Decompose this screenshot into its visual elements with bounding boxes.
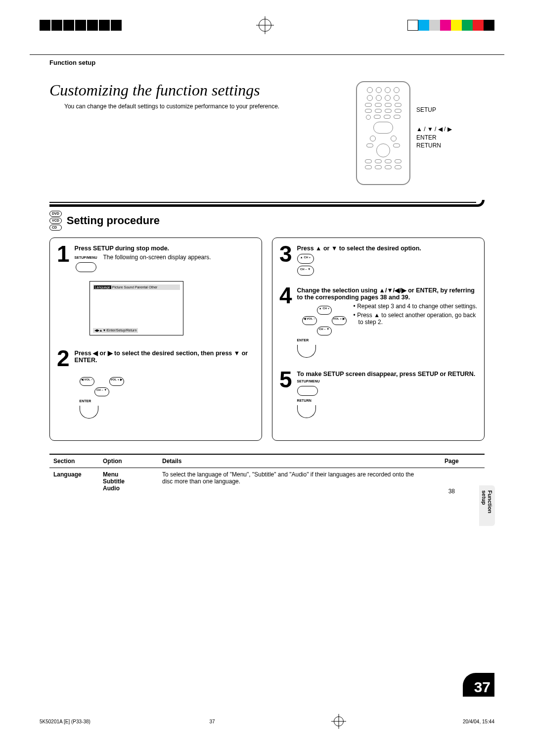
step-2-head: Press ◀ or ▶ to select the desired secti… bbox=[75, 349, 255, 364]
steps-right-column: 3 Press ▲ or ▼ to select the desired opt… bbox=[272, 237, 485, 441]
step-4-bullets: Repeat step 3 and 4 to change other sett… bbox=[354, 303, 477, 362]
return-button-icon bbox=[297, 405, 316, 418]
dpad-right: VOL + ▶ bbox=[109, 377, 124, 386]
step-1-body: The following on-screen display appears. bbox=[103, 254, 211, 261]
dpad-left: ◀ VOL – bbox=[302, 316, 317, 325]
print-footer: 5K50201A [E] (P33-38) 37 20/4/04, 15:44 bbox=[40, 716, 494, 726]
dpad-left: ◀ VOL – bbox=[80, 377, 94, 386]
step-4: 4 Change the selection using ▲/▼/◀/▶ or … bbox=[279, 286, 477, 362]
osd-screen-mock: Language Picture Sound Parental Other ◀▶… bbox=[89, 281, 183, 335]
ch-down-button: CH – ▼ bbox=[297, 266, 314, 276]
return-label: RETURN bbox=[297, 399, 312, 402]
remote-return-label: RETURN bbox=[416, 142, 452, 150]
step-5-head: To make SETUP screen disappear, press SE… bbox=[297, 371, 477, 378]
page-number-badge: 37 bbox=[463, 673, 494, 697]
section-heading: Setting procedure bbox=[67, 214, 160, 227]
step-number: 2 bbox=[57, 349, 70, 423]
crosshair-icon bbox=[259, 19, 271, 32]
th-section: Section bbox=[49, 454, 99, 468]
step-4-head: Change the selection using ▲/▼/◀/▶ or EN… bbox=[297, 286, 477, 301]
dpad-diagram: ◀ VOL – VOL + ▶ CH – ▼ bbox=[80, 367, 124, 396]
remote-control-diagram bbox=[356, 81, 410, 185]
color-bar bbox=[407, 20, 494, 31]
dpad-full-diagram: ▲ CH + CH – ▼ ◀ VOL – VOL + ▶ bbox=[302, 306, 347, 335]
step-number: 3 bbox=[279, 245, 292, 278]
th-page: Page bbox=[419, 454, 485, 468]
table-row: Language Menu Subtitle Audio To select t… bbox=[49, 468, 485, 756]
osd-footer: ◀▶▲▼/Enter/Setup/Return bbox=[93, 328, 138, 333]
step-number: 4 bbox=[279, 286, 292, 362]
step-2: 2 Press ◀ or ▶ to select the desired sec… bbox=[57, 349, 255, 423]
th-details: Details bbox=[158, 454, 419, 468]
step-number: 1 bbox=[57, 245, 70, 340]
footer-timestamp: 20/4/04, 15:44 bbox=[463, 719, 494, 724]
enter-button-icon bbox=[80, 406, 98, 419]
settings-table: Section Option Details Page Language Men… bbox=[49, 454, 485, 756]
disc-type-badges: DVD VCD CD bbox=[49, 211, 62, 231]
dpad-down: CH – ▼ bbox=[317, 327, 332, 335]
print-registration-marks bbox=[0, 18, 534, 33]
header-section-label: Function setup bbox=[49, 59, 504, 66]
osd-tab-picture: Picture bbox=[112, 285, 123, 289]
ch-up-button: ▲ CH + bbox=[297, 254, 314, 264]
crosshair-icon bbox=[334, 716, 344, 726]
dpad-down: CH – ▼ bbox=[94, 387, 109, 396]
bullet-2: Press ▲ to select another operation, go … bbox=[354, 312, 477, 326]
setup-button-icon bbox=[297, 386, 318, 396]
remote-arrows-label: ▲ / ▼ / ◀ / ▶ bbox=[416, 125, 452, 134]
footer-doc-id: 5K50201A [E] (P33-38) bbox=[40, 719, 90, 724]
footer-page: 37 bbox=[210, 719, 215, 724]
enter-label: ENTER bbox=[80, 399, 91, 403]
section-rule bbox=[49, 200, 485, 207]
osd-tab-parental: Parental bbox=[135, 285, 148, 289]
page-title: Customizing the function settings bbox=[49, 81, 331, 99]
osd-tab-other: Other bbox=[149, 285, 158, 289]
settings-table-wrap: Section Option Details Page Language Men… bbox=[49, 454, 485, 756]
black-bar-left bbox=[40, 20, 123, 31]
remote-labels: SETUP ▲ / ▼ / ◀ / ▶ ENTER RETURN bbox=[416, 81, 452, 185]
setup-button-icon bbox=[76, 262, 96, 272]
remote-enter-label: ENTER bbox=[416, 134, 452, 142]
disc-dvd: DVD bbox=[49, 211, 62, 217]
bullet-1: Repeat step 3 and 4 to change other sett… bbox=[354, 303, 477, 310]
step-3: 3 Press ▲ or ▼ to select the desired opt… bbox=[279, 245, 477, 278]
disc-cd: CD bbox=[49, 225, 62, 231]
setup-menu-label: SETUP/MENU bbox=[297, 379, 320, 383]
step-3-head: Press ▲ or ▼ to select the desired optio… bbox=[297, 245, 477, 252]
remote-setup-label: SETUP bbox=[416, 106, 452, 114]
osd-tab-sound: Sound bbox=[124, 285, 134, 289]
th-option: Option bbox=[99, 454, 158, 468]
enter-label: ENTER bbox=[297, 338, 309, 342]
step-5: 5 To make SETUP screen disappear, press … bbox=[279, 371, 477, 422]
dpad-up: ▲ CH + bbox=[317, 306, 332, 315]
setup-menu-label: SETUP/MENU bbox=[75, 256, 97, 259]
dpad-right: VOL + ▶ bbox=[332, 316, 347, 325]
steps-left-column: 1 Press SETUP during stop mode. SETUP/ME… bbox=[49, 237, 262, 441]
enter-button-icon bbox=[297, 345, 316, 358]
step-1: 1 Press SETUP during stop mode. SETUP/ME… bbox=[57, 245, 255, 340]
step-1-head: Press SETUP during stop mode. bbox=[75, 245, 255, 252]
horizontal-rule bbox=[30, 54, 504, 55]
step-number: 5 bbox=[279, 371, 292, 422]
osd-tab-language: Language bbox=[94, 285, 111, 289]
disc-vcd: VCD bbox=[49, 218, 62, 224]
intro-paragraph: You can change the default settings to c… bbox=[49, 102, 331, 110]
